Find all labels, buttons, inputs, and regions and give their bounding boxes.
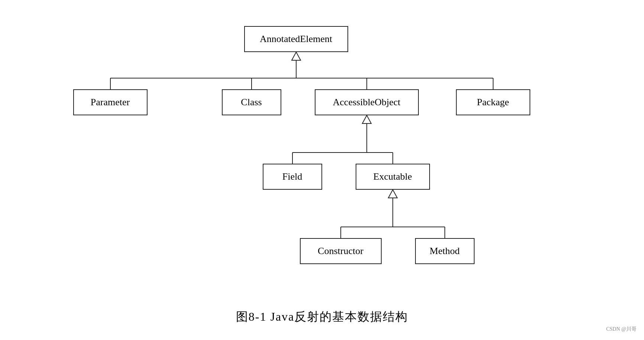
node-field: Field bbox=[263, 164, 322, 190]
node-accessible-object: AccessibleObject bbox=[315, 89, 419, 115]
node-class: Class bbox=[222, 89, 281, 115]
svg-marker-11 bbox=[362, 115, 371, 124]
node-parameter: Parameter bbox=[73, 89, 148, 115]
svg-marker-6 bbox=[292, 52, 301, 60]
node-excutable: Excutable bbox=[356, 164, 430, 190]
watermark: CSDN @川哥 bbox=[606, 326, 637, 333]
uml-diagram: AnnotatedElement Parameter Class Accessi… bbox=[62, 15, 582, 305]
node-annotated-element: AnnotatedElement bbox=[244, 26, 348, 52]
node-method: Method bbox=[415, 238, 475, 264]
svg-marker-16 bbox=[388, 190, 397, 198]
diagram-caption: 图8-1 Java反射的基本数据结构 bbox=[236, 309, 408, 325]
node-package: Package bbox=[456, 89, 530, 115]
node-constructor: Constructor bbox=[300, 238, 382, 264]
